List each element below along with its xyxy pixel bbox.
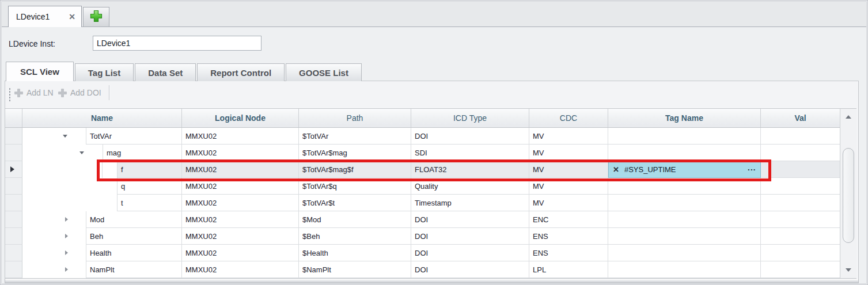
table-row-totvar[interactable]: TotVAr MMXU02 $TotVAr DOI MV	[5, 128, 840, 145]
cell-name[interactable]: NamPlt	[86, 261, 182, 278]
cell-path[interactable]: $TotVAr$t	[299, 195, 411, 211]
scrollbar-thumb[interactable]	[843, 148, 854, 243]
table-row-mod[interactable]: Mod MMXU02 $Mod DOI ENC	[5, 211, 840, 228]
vertical-scrollbar[interactable]	[840, 109, 856, 278]
column-header-path[interactable]: Path	[299, 109, 411, 127]
tab-scl-view[interactable]: SCL View	[6, 62, 74, 81]
cell-val[interactable]	[761, 228, 840, 245]
cell-logical-node[interactable]: MMXU02	[182, 261, 299, 278]
cell-icd-type[interactable]: SDI	[411, 145, 529, 161]
ldevice-inst-input[interactable]	[93, 36, 261, 51]
cell-name[interactable]: f	[117, 161, 182, 178]
cell-cdc[interactable]: MV	[529, 145, 608, 161]
cell-val[interactable]	[761, 128, 840, 145]
table-row-health[interactable]: Health MMXU02 $Health DOI ENS	[5, 245, 840, 261]
cell-icd-type[interactable]: FLOAT32	[411, 161, 529, 178]
column-header-tag-name[interactable]: Tag Name	[608, 109, 761, 127]
cell-logical-node[interactable]: MMXU02	[182, 145, 299, 161]
cell-cdc[interactable]: MV	[529, 178, 608, 195]
cell-icd-type[interactable]: Quality	[411, 178, 529, 195]
expand-arrow-icon[interactable]	[65, 234, 68, 238]
collapse-arrow-icon[interactable]	[79, 151, 84, 154]
cell-tag-name[interactable]	[608, 228, 761, 245]
cell-icd-type[interactable]: DOI	[411, 261, 529, 278]
cell-cdc[interactable]: ENC	[529, 211, 608, 228]
cell-icd-type[interactable]: DOI	[411, 245, 529, 261]
cell-path[interactable]: $TotVAr$q	[299, 178, 411, 195]
tab-goose-list[interactable]: GOOSE List	[286, 63, 362, 81]
add-doi-button[interactable]: Add DOI	[58, 85, 101, 100]
cell-name[interactable]: Health	[86, 245, 182, 261]
cell-logical-node[interactable]: MMXU02	[182, 228, 299, 245]
cell-val[interactable]	[761, 261, 840, 278]
column-header-name[interactable]: Name	[22, 109, 182, 127]
collapse-arrow-icon[interactable]	[63, 135, 67, 138]
cell-val[interactable]	[761, 245, 840, 261]
cell-name[interactable]: q	[117, 178, 182, 195]
cell-icd-type[interactable]: DOI	[411, 228, 529, 245]
cell-cdc[interactable]: LPL	[529, 261, 608, 278]
cell-val[interactable]	[761, 145, 840, 161]
cell-name[interactable]: mag	[103, 145, 182, 161]
cell-logical-node[interactable]: MMXU02	[182, 128, 299, 145]
cell-logical-node[interactable]: MMXU02	[182, 245, 299, 261]
expand-arrow-icon[interactable]	[65, 217, 68, 222]
expand-arrow-icon[interactable]	[65, 250, 68, 255]
doc-tab-ldevice1[interactable]: LDevice1 ✕	[8, 6, 82, 27]
cell-logical-node[interactable]: MMXU02	[182, 178, 299, 195]
scroll-down-button[interactable]	[842, 263, 855, 277]
cell-val[interactable]	[761, 161, 840, 178]
scroll-up-button[interactable]	[842, 110, 855, 124]
cell-tag-name[interactable]	[608, 128, 761, 145]
cell-icd-type[interactable]: DOI	[411, 211, 529, 228]
cell-cdc[interactable]: MV	[529, 128, 608, 145]
cell-cdc[interactable]: ENS	[529, 228, 608, 245]
add-ln-button[interactable]: Add LN	[14, 85, 54, 100]
cell-logical-node[interactable]: MMXU02	[182, 195, 299, 211]
cell-name[interactable]: Mod	[86, 211, 182, 228]
cell-icd-type[interactable]: DOI	[411, 128, 529, 145]
cell-tag-name[interactable]	[608, 145, 761, 161]
tab-tag-list[interactable]: Tag List	[75, 63, 134, 81]
column-header-icd-type[interactable]: ICD Type	[411, 109, 529, 127]
cell-name[interactable]: TotVAr	[86, 128, 182, 145]
cell-tag-name[interactable]: ✕ #SYS_UPTIME •••	[608, 161, 761, 178]
table-row-namplt[interactable]: NamPlt MMXU02 $NamPlt DOI LPL	[5, 261, 840, 278]
cell-path[interactable]: $Health	[299, 245, 411, 261]
table-row-q[interactable]: q MMXU02 $TotVAr$q Quality MV	[5, 178, 840, 195]
cell-val[interactable]	[761, 178, 840, 195]
cell-path[interactable]: $TotVAr	[299, 128, 411, 145]
clear-tag-icon[interactable]: ✕	[613, 165, 619, 174]
column-header-logical-node[interactable]: Logical Node	[182, 109, 299, 127]
cell-cdc[interactable]: MV	[529, 161, 608, 178]
column-header-cdc[interactable]: CDC	[529, 109, 608, 127]
add-tab-button[interactable]	[83, 7, 109, 26]
cell-tag-name[interactable]	[608, 178, 761, 195]
table-row-t[interactable]: t MMXU02 $TotVAr$t Timestamp MV	[5, 195, 840, 211]
cell-logical-node[interactable]: MMXU02	[182, 161, 299, 178]
cell-val[interactable]	[761, 211, 840, 228]
cell-path[interactable]: $TotVAr$mag	[299, 145, 411, 161]
cell-name[interactable]: t	[117, 195, 182, 211]
cell-cdc[interactable]: MV	[529, 195, 608, 211]
cell-tag-name[interactable]	[608, 261, 761, 278]
tab-report-control[interactable]: Report Control	[197, 63, 285, 81]
cell-tag-name[interactable]	[608, 195, 761, 211]
tab-data-set[interactable]: Data Set	[135, 63, 196, 81]
cell-name[interactable]: Beh	[86, 228, 182, 245]
cell-path[interactable]: $Mod	[299, 211, 411, 228]
cell-tag-name[interactable]	[608, 211, 761, 228]
table-row-f-selected[interactable]: f MMXU02 $TotVAr$mag$f FLOAT32 MV ✕ #SYS…	[5, 161, 840, 178]
cell-path[interactable]: $Beh	[299, 228, 411, 245]
close-icon[interactable]: ✕	[69, 12, 75, 21]
cell-logical-node[interactable]: MMXU02	[182, 211, 299, 228]
toolbar-grip-handle[interactable]	[9, 88, 11, 101]
table-row-beh[interactable]: Beh MMXU02 $Beh DOI ENS	[5, 228, 840, 245]
expand-arrow-icon[interactable]	[65, 267, 68, 272]
cell-tag-name[interactable]	[608, 245, 761, 261]
table-row-mag[interactable]: mag MMXU02 $TotVAr$mag SDI MV	[5, 145, 840, 161]
cell-path[interactable]: $TotVAr$mag$f	[299, 161, 411, 178]
cell-path[interactable]: $NamPlt	[299, 261, 411, 278]
cell-icd-type[interactable]: Timestamp	[411, 195, 529, 211]
cell-cdc[interactable]: ENS	[529, 245, 608, 261]
